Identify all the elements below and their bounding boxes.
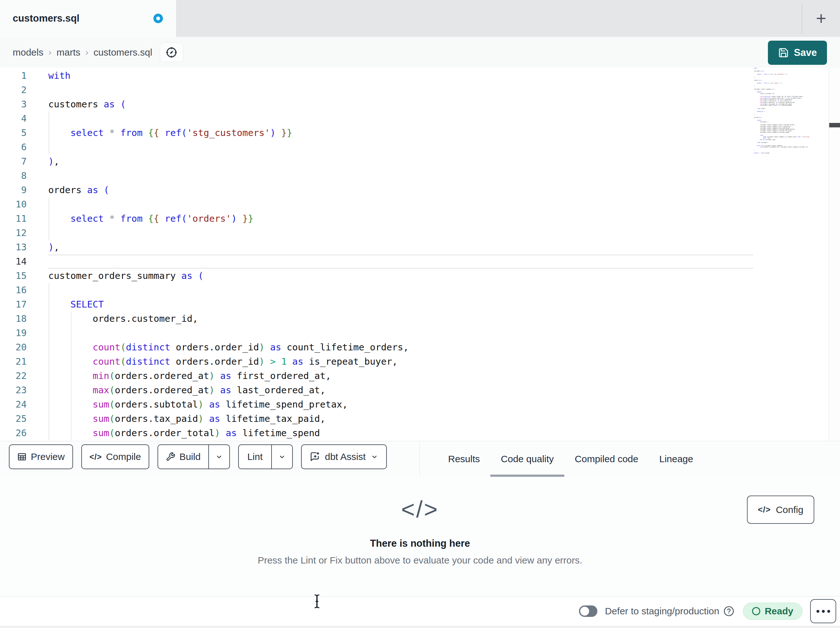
preview-button-label: Preview xyxy=(31,451,65,462)
lint-button[interactable]: Lint xyxy=(239,445,271,468)
assist-chat-icon xyxy=(309,451,320,462)
build-button-label: Build xyxy=(180,451,201,462)
code-line[interactable]: 7), xyxy=(0,154,840,169)
code-text xyxy=(27,326,48,340)
chevron-down-icon xyxy=(215,452,223,461)
line-number: 12 xyxy=(0,226,27,240)
line-number: 4 xyxy=(0,111,27,126)
code-line[interactable]: 2 xyxy=(0,83,840,97)
tab-compiled-code[interactable]: Compiled code xyxy=(564,441,649,477)
code-line[interactable]: 26 sum(orders.order_total) as lifetime_s… xyxy=(0,426,840,440)
code-lines: 1with23customers as (45 select * from {{… xyxy=(0,69,840,440)
line-number: 2 xyxy=(0,83,27,97)
build-dropdown-button[interactable] xyxy=(208,445,229,468)
lint-dropdown-button[interactable] xyxy=(271,445,292,468)
code-line[interactable]: 22 min(orders.ordered_at) as first_order… xyxy=(0,369,840,383)
code-text: sum(orders.subtotal) as lifetime_spend_p… xyxy=(27,397,348,412)
code-line[interactable]: 18 orders.customer_id, xyxy=(0,312,840,326)
code-icon: </> xyxy=(90,452,102,462)
breadcrumb-separator-icon: › xyxy=(85,47,88,57)
code-editor[interactable]: 1with23customers as (45 select * from {{… xyxy=(0,68,840,441)
preview-button[interactable]: Preview xyxy=(9,445,73,469)
toolbar-tabs-divider xyxy=(420,442,420,476)
tab-bar: customers.sql + xyxy=(0,0,840,37)
tab-lineage[interactable]: Lineage xyxy=(649,441,704,477)
code-line[interactable]: 25 sum(orders.tax_paid) as lifetime_tax_… xyxy=(0,412,840,426)
breadcrumb-item-file: customers.sql xyxy=(93,47,152,58)
tab-results[interactable]: Results xyxy=(437,441,490,477)
breadcrumb-item-marts[interactable]: marts xyxy=(57,47,81,58)
code-text xyxy=(27,111,48,126)
code-text: with xyxy=(27,69,71,83)
code-line[interactable]: 15customer_orders_summary as ( xyxy=(0,269,840,283)
line-number: 6 xyxy=(0,140,27,154)
code-icon: </> xyxy=(401,495,439,524)
new-tab-button[interactable]: + xyxy=(802,0,840,37)
defer-toggle[interactable] xyxy=(579,606,597,617)
code-text xyxy=(27,140,48,154)
line-number: 14 xyxy=(0,255,27,269)
code-line[interactable]: 1with xyxy=(0,69,840,83)
save-icon xyxy=(778,47,789,58)
line-number: 9 xyxy=(0,183,27,197)
chevron-down-icon xyxy=(370,452,379,461)
code-line[interactable]: 24 sum(orders.subtotal) as lifetime_spen… xyxy=(0,397,840,412)
code-text: max(orders.ordered_at) as last_ordered_a… xyxy=(27,383,325,397)
more-options-button[interactable] xyxy=(810,599,836,623)
build-button[interactable]: Build xyxy=(158,445,208,468)
window-bottom-edge xyxy=(0,626,840,628)
dbt-cloud-ide: customers.sql + models › marts › custome… xyxy=(0,0,840,628)
code-line[interactable]: 12 xyxy=(0,226,840,240)
code-text xyxy=(27,197,48,212)
indent-guide xyxy=(71,312,71,440)
path-bar: models › marts › customers.sql Save xyxy=(0,37,840,68)
line-number: 19 xyxy=(0,326,27,340)
code-line[interactable]: 21 count(distinct orders.order_id) > 1 a… xyxy=(0,354,840,369)
code-line[interactable]: 8 xyxy=(0,169,840,183)
compile-button[interactable]: </> Compile xyxy=(81,445,149,469)
code-text: orders as ( xyxy=(27,183,109,197)
code-line[interactable]: 11 select * from {{ ref('orders') }} xyxy=(0,212,840,226)
lineage-compass-button[interactable] xyxy=(160,43,183,62)
wrench-icon xyxy=(166,452,175,462)
editor-scrollbar[interactable] xyxy=(829,68,840,441)
table-icon xyxy=(17,452,27,462)
code-text: count(distinct orders.order_id) > 1 as i… xyxy=(27,354,398,369)
code-line[interactable]: 5 select * from {{ ref('stg_customers') … xyxy=(0,126,840,140)
scrollbar-marker[interactable] xyxy=(829,123,840,127)
breadcrumb-item-models[interactable]: models xyxy=(13,47,44,58)
indent-guide xyxy=(49,111,49,154)
code-line[interactable]: 17 SELECT xyxy=(0,297,840,312)
line-number: 21 xyxy=(0,354,27,369)
code-text: sum(orders.tax_paid) as lifetime_tax_pai… xyxy=(27,412,325,426)
status-bar: Defer to staging/production Ready xyxy=(0,596,840,626)
status-badge-ready: Ready xyxy=(743,603,802,620)
tab-code-quality[interactable]: Code quality xyxy=(490,441,564,477)
file-tab-customers-sql[interactable]: customers.sql xyxy=(0,0,177,37)
code-text xyxy=(27,169,48,183)
code-line[interactable]: 13), xyxy=(0,240,840,255)
code-line[interactable]: 20 count(distinct orders.order_id) as co… xyxy=(0,340,840,354)
tab-compiled-code-label: Compiled code xyxy=(575,454,638,464)
config-button-label: Config xyxy=(776,505,804,515)
code-line[interactable]: 3customers as ( xyxy=(0,97,840,111)
dbt-assist-button[interactable]: dbt Assist xyxy=(301,445,387,469)
compile-button-label: Compile xyxy=(106,451,141,462)
config-button[interactable]: </> Config xyxy=(747,495,814,524)
code-line[interactable]: 23 max(orders.ordered_at) as last_ordere… xyxy=(0,383,840,397)
code-line[interactable]: 9orders as ( xyxy=(0,183,840,197)
code-line[interactable]: 16 xyxy=(0,283,840,297)
code-line[interactable]: 14 xyxy=(0,255,840,269)
code-text xyxy=(27,83,48,97)
code-line[interactable]: 4 xyxy=(0,111,840,126)
indent-guide xyxy=(49,283,49,440)
breadcrumb: models › marts › customers.sql xyxy=(13,47,152,58)
minimap[interactable]: with customers as ( select * from {{ ref… xyxy=(754,68,828,441)
save-button[interactable]: Save xyxy=(768,41,827,65)
help-icon[interactable] xyxy=(723,606,734,617)
code-line[interactable]: 10 xyxy=(0,197,840,212)
code-line[interactable]: 6 xyxy=(0,140,840,154)
tab-lineage-label: Lineage xyxy=(659,454,693,464)
line-number: 20 xyxy=(0,340,27,354)
code-line[interactable]: 19 xyxy=(0,326,840,340)
